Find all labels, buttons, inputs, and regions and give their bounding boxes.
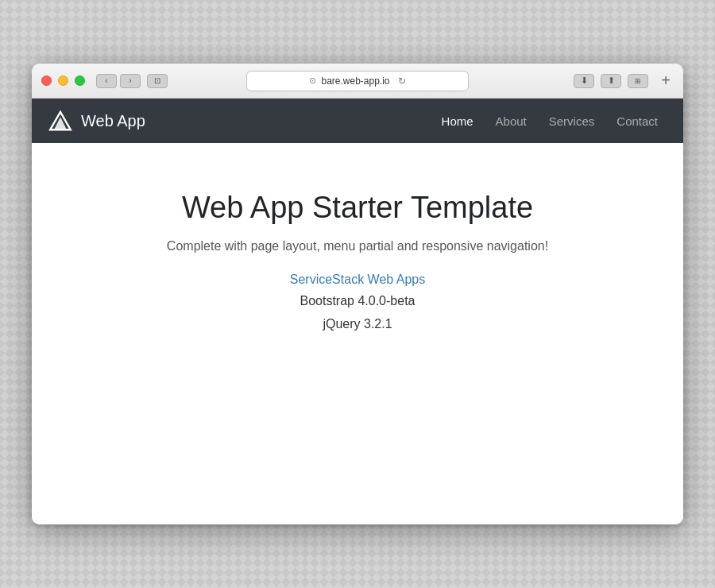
maximize-button[interactable] <box>75 75 85 86</box>
bootstrap-version: Bootstrap 4.0.0-beta <box>48 290 667 313</box>
reload-icon[interactable]: ↻ <box>398 75 406 87</box>
brand-logo-icon <box>48 108 73 133</box>
window-view-button[interactable]: ⊡ <box>147 74 168 88</box>
navbar-brand[interactable]: Web App <box>48 108 145 133</box>
back-button[interactable]: ‹ <box>96 74 117 88</box>
lock-icon: ⊙ <box>309 75 316 86</box>
nav-services[interactable]: Services <box>539 108 605 134</box>
new-tab-button[interactable]: ⊞ <box>628 74 648 88</box>
page-title: Web App Starter Template <box>48 191 667 225</box>
title-bar: ‹ › ⊡ ⊙ bare.web-app.io ↻ ⬇ ⬆ ⊞ <box>32 64 683 99</box>
download-button[interactable]: ⬇ <box>574 74 594 88</box>
title-bar-right: ⬇ ⬆ ⊞ + <box>574 73 674 89</box>
share-icon: ⬆ <box>608 75 615 86</box>
download-icon: ⬇ <box>581 75 588 86</box>
traffic-lights <box>41 75 85 86</box>
window-icon: ⊡ <box>154 76 160 85</box>
add-button[interactable]: + <box>658 73 674 89</box>
new-tab-icon: ⊞ <box>635 77 641 85</box>
address-bar[interactable]: ⊙ bare.web-app.io ↻ <box>246 71 469 91</box>
url-text: bare.web-app.io <box>321 75 389 87</box>
nav-about[interactable]: About <box>486 108 536 134</box>
app-navbar: Web App Home About Services Contact <box>32 99 683 143</box>
servicestack-link[interactable]: ServiceStack Web Apps <box>48 273 667 287</box>
page-subtitle: Complete with page layout, menu partial … <box>48 239 667 253</box>
back-icon: ‹ <box>105 76 107 85</box>
forward-icon: › <box>129 76 131 85</box>
browser-window: ‹ › ⊡ ⊙ bare.web-app.io ↻ ⬇ ⬆ ⊞ <box>32 64 683 524</box>
minimize-button[interactable] <box>58 75 68 86</box>
close-button[interactable] <box>41 75 52 86</box>
nav-home[interactable]: Home <box>432 108 483 134</box>
main-content: Web App Starter Template Complete with p… <box>32 143 683 524</box>
forward-button[interactable]: › <box>120 74 141 88</box>
navbar-nav: Home About Services Contact <box>432 108 667 134</box>
jquery-version: jQuery 3.2.1 <box>48 313 667 336</box>
nav-contact[interactable]: Contact <box>607 108 667 134</box>
share-button[interactable]: ⬆ <box>601 74 621 88</box>
brand-name: Web App <box>81 112 145 130</box>
nav-buttons: ‹ › <box>96 74 141 88</box>
